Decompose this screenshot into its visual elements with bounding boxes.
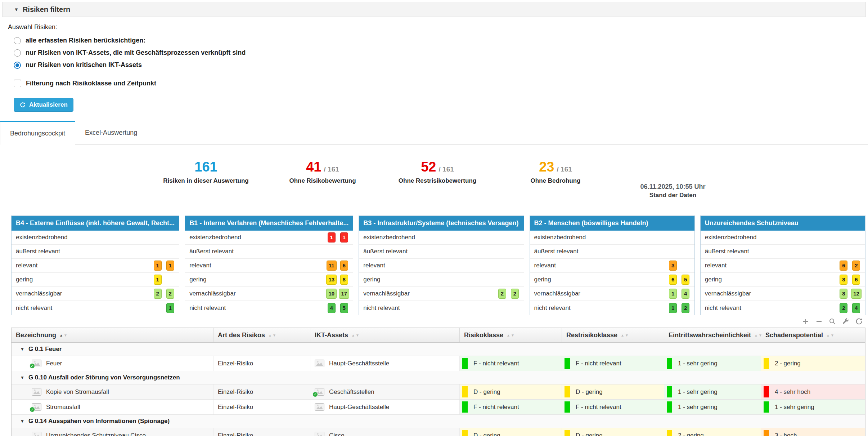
probability-cell: 1 - sehr gering bbox=[664, 384, 761, 399]
threat-panel-title: B4 - Externe Einflüsse (inkl. höhere Gew… bbox=[12, 216, 179, 231]
risk-icon: ✓ bbox=[32, 403, 41, 411]
sort-desc-icon[interactable]: ▼ bbox=[511, 333, 514, 337]
sort-desc-icon[interactable]: ▼ bbox=[831, 333, 834, 337]
threat-panel-row: gering138 bbox=[185, 273, 353, 287]
group-row[interactable]: ▼G 0.1 Feuer bbox=[12, 343, 865, 356]
badge-slots: 11 bbox=[326, 232, 350, 243]
badge-slots: 12 bbox=[667, 303, 691, 313]
sort-asc-icon[interactable]: ▲ bbox=[754, 333, 758, 337]
column-header-risikoklasse[interactable]: Risikoklasse▲▼ bbox=[460, 328, 562, 342]
damage-potential-cell: 3 - hoch bbox=[761, 428, 865, 436]
threat-panel-row: vernachlässigbar1017 bbox=[185, 287, 353, 301]
radio-option-all-risks[interactable]: alle erfassten Risiken berücksichtigen: bbox=[14, 37, 866, 44]
stat-number-row: 52/ 161 bbox=[399, 160, 476, 174]
badge-slots: 22 bbox=[497, 289, 521, 299]
asset-icon: ✓ bbox=[315, 388, 324, 396]
group-row[interactable]: ▼G 0.10 Ausfall oder Störung von Versorg… bbox=[12, 371, 865, 384]
badge-slot: 1 bbox=[165, 303, 176, 313]
threat-panel-row: existenzbedrohend11 bbox=[185, 231, 353, 245]
radio-button[interactable] bbox=[14, 62, 21, 69]
filter-checkbox-row[interactable]: Filterung nach Risikoklasse und Zeitpunk… bbox=[14, 80, 866, 87]
risk-name-cell: Kopie von Stromausfall bbox=[12, 384, 213, 399]
count-badge: 2 bbox=[498, 289, 506, 299]
column-header-schadenspotential[interactable]: Schadenspotential▲▼ bbox=[761, 328, 865, 342]
sort-asc-icon[interactable]: ▲ bbox=[621, 333, 624, 337]
refresh-icon[interactable] bbox=[855, 317, 863, 325]
badge-slot: 8 bbox=[338, 275, 350, 285]
badge-slot: 1 bbox=[326, 232, 337, 243]
risk-class-cell-label: D - gering bbox=[473, 432, 500, 436]
risk-icon bbox=[32, 388, 41, 396]
sort-desc-icon[interactable]: ▼ bbox=[625, 333, 629, 337]
minus-icon[interactable] bbox=[815, 317, 823, 325]
risk-class-cell-label: F - nicht relevant bbox=[473, 404, 519, 411]
threat-panel-row: gering bbox=[359, 273, 523, 287]
count-badge: 2 bbox=[682, 303, 689, 313]
stats-row: 06.11.2025, 10:55 Uhr Stand der Daten 16… bbox=[0, 145, 868, 215]
stat-number-row: 41/ 161 bbox=[289, 160, 356, 174]
stat-total: / 161 bbox=[324, 165, 339, 173]
severity-label: nicht relevant bbox=[534, 304, 571, 312]
risk-level-bar bbox=[764, 430, 769, 436]
column-header-bezeichnung[interactable]: Bezeichnung▲▼ bbox=[12, 328, 213, 342]
radio-button[interactable] bbox=[14, 49, 21, 57]
sort-asc-icon[interactable]: ▲ bbox=[351, 333, 355, 337]
damage-potential-cell: 2 - gering bbox=[761, 356, 865, 371]
column-header-eintrittswahrscheinlichkeit[interactable]: Eintrittswahrscheinlichkeit▲▼ bbox=[664, 328, 761, 342]
badge-slot bbox=[165, 275, 176, 285]
checkbox[interactable] bbox=[14, 80, 21, 87]
risk-class-cell: D - gering bbox=[460, 428, 562, 436]
table-row[interactable]: Unzureichendes Schutzniveau CiscoEinzel-… bbox=[12, 428, 865, 436]
filter-panel-header[interactable]: ▼ Risiken filtern bbox=[2, 2, 866, 17]
risk-level-bar bbox=[462, 358, 468, 369]
sort-asc-icon[interactable]: ▲ bbox=[507, 333, 510, 337]
group-title: G 0.14 Ausspähen von Informationen (Spio… bbox=[28, 418, 170, 425]
column-header-restrisikoklasse[interactable]: Restrisikoklasse▲▼ bbox=[562, 328, 664, 342]
sort-desc-icon[interactable]: ▼ bbox=[356, 333, 359, 337]
threat-panel-row: gering65 bbox=[530, 273, 694, 287]
radio-option-linked-ikt-assets[interactable]: nur Risiken von IKT-Assets, die mit Gesc… bbox=[14, 49, 866, 57]
sort-desc-icon[interactable]: ▼ bbox=[64, 333, 67, 337]
stat-label: Risiken in dieser Auswertung bbox=[163, 177, 248, 184]
sort-icons: ▲▼ bbox=[268, 333, 276, 337]
radio-button[interactable] bbox=[14, 37, 21, 44]
check-icon: ✓ bbox=[30, 407, 35, 412]
table-row[interactable]: Kopie von StromausfallEinzel-Risiko✓Gesc… bbox=[12, 384, 865, 400]
sort-asc-icon[interactable]: ▲ bbox=[59, 333, 63, 337]
count-badge: 17 bbox=[339, 289, 349, 299]
risk-type-cell: Einzel-Risiko bbox=[213, 356, 310, 371]
wrench-icon[interactable] bbox=[842, 317, 850, 325]
table-row[interactable]: ✓FeuerEinzel-RisikoHaupt-Geschäftsstelle… bbox=[12, 356, 865, 371]
risk-name: Unzureichendes Schutzniveau Cisco bbox=[46, 432, 146, 436]
threat-panel-row: gering86 bbox=[701, 273, 865, 287]
badge-slots: 1017 bbox=[326, 289, 350, 299]
risk-level-bar bbox=[667, 386, 672, 397]
group-row[interactable]: ▼G 0.14 Ausspähen von Informationen (Spi… bbox=[12, 415, 865, 428]
sort-asc-icon[interactable]: ▲ bbox=[826, 333, 830, 337]
risk-icon bbox=[32, 432, 41, 436]
radio-option-critical-ikt-assets[interactable]: nur Risiken von kritischen IKT-Assets bbox=[14, 61, 866, 69]
tab-bedrohungscockpit[interactable]: Bedrohungscockpit bbox=[0, 121, 75, 145]
column-header-label: Eintrittswahrscheinlichkeit bbox=[669, 332, 751, 339]
sort-desc-icon[interactable]: ▼ bbox=[273, 333, 276, 337]
asset-icon bbox=[315, 360, 324, 367]
count-badge: 8 bbox=[840, 275, 847, 285]
column-header-ikt-assets[interactable]: IKT-Assets▲▼ bbox=[310, 328, 460, 342]
risk-type-cell: Einzel-Risiko bbox=[213, 428, 310, 436]
stat-block: 41/ 161Ohne Risikobewertung bbox=[289, 160, 356, 184]
plus-icon[interactable] bbox=[802, 317, 810, 325]
badge-slot: 2 bbox=[152, 289, 163, 299]
column-header-label: Bezeichnung bbox=[16, 332, 56, 339]
column-header-art-des-risikos[interactable]: Art des Risikos▲▼ bbox=[213, 328, 310, 342]
search-icon[interactable] bbox=[828, 317, 836, 325]
sort-asc-icon[interactable]: ▲ bbox=[268, 333, 272, 337]
count-badge: 6 bbox=[340, 261, 348, 271]
tab-excel-auswertung[interactable]: Excel-Auswertung bbox=[75, 121, 147, 144]
radio-label: nur Risiken von kritischen IKT-Assets bbox=[26, 61, 142, 69]
count-badge: 6 bbox=[669, 275, 677, 285]
sort-icons: ▲▼ bbox=[507, 333, 514, 337]
threat-panel-row: relevant62 bbox=[701, 259, 865, 273]
refresh-button[interactable]: Aktualisieren bbox=[14, 98, 73, 112]
table-row[interactable]: ✓StromausfallEinzel-RisikoHaupt-Geschäft… bbox=[12, 400, 865, 415]
risk-level-bar bbox=[462, 401, 468, 413]
